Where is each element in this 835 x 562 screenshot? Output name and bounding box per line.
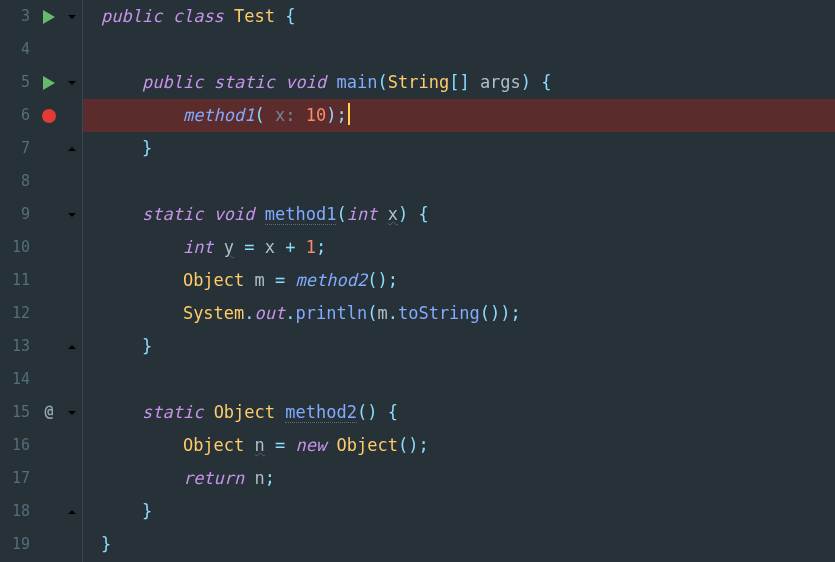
gutter-row[interactable]: 16 bbox=[0, 429, 82, 462]
fold-icon[interactable] bbox=[62, 11, 82, 23]
code-line[interactable]: } bbox=[83, 528, 835, 561]
gutter-row[interactable]: 14 bbox=[0, 363, 82, 396]
line-number: 8 bbox=[0, 165, 36, 198]
line-number: 18 bbox=[0, 495, 36, 528]
code-line[interactable] bbox=[83, 363, 835, 396]
code-line[interactable]: System.out.println(m.toString()); bbox=[83, 297, 835, 330]
code-line[interactable] bbox=[83, 165, 835, 198]
gutter-row[interactable]: 3 bbox=[0, 0, 82, 33]
breakpoint-icon[interactable] bbox=[36, 109, 62, 123]
code-area[interactable]: public class Test { public static void m… bbox=[82, 0, 835, 562]
line-number: 10 bbox=[0, 231, 36, 264]
fold-icon[interactable] bbox=[62, 77, 82, 89]
line-number: 3 bbox=[0, 0, 36, 33]
line-number: 15 bbox=[0, 396, 36, 429]
gutter-row[interactable]: 15 @ bbox=[0, 396, 82, 429]
code-line[interactable]: } bbox=[83, 330, 835, 363]
text-cursor bbox=[348, 103, 350, 125]
line-number: 5 bbox=[0, 66, 36, 99]
code-line-current[interactable]: method1( x: 10); bbox=[83, 99, 835, 132]
line-number: 16 bbox=[0, 429, 36, 462]
fold-icon[interactable] bbox=[62, 407, 82, 419]
line-number: 7 bbox=[0, 132, 36, 165]
code-line[interactable]: public static void main(String[] args) { bbox=[83, 66, 835, 99]
line-number: 14 bbox=[0, 363, 36, 396]
fold-icon[interactable] bbox=[62, 341, 82, 353]
fold-icon[interactable] bbox=[62, 209, 82, 221]
fold-icon[interactable] bbox=[62, 506, 82, 518]
gutter-row[interactable]: 9 bbox=[0, 198, 82, 231]
gutter-row[interactable]: 8 bbox=[0, 165, 82, 198]
code-line[interactable]: Object m = method2(); bbox=[83, 264, 835, 297]
code-line[interactable]: Object n = new Object(); bbox=[83, 429, 835, 462]
code-line[interactable]: static Object method2() { bbox=[83, 396, 835, 429]
fold-icon[interactable] bbox=[62, 143, 82, 155]
code-line[interactable]: return n; bbox=[83, 462, 835, 495]
svg-marker-0 bbox=[43, 10, 55, 24]
gutter-row[interactable]: 17 bbox=[0, 462, 82, 495]
line-number: 17 bbox=[0, 462, 36, 495]
line-number: 4 bbox=[0, 33, 36, 66]
run-icon[interactable] bbox=[36, 76, 62, 90]
line-number: 13 bbox=[0, 330, 36, 363]
line-number: 6 bbox=[0, 99, 36, 132]
code-line[interactable]: static void method1(int x) { bbox=[83, 198, 835, 231]
gutter-row[interactable]: 10 bbox=[0, 231, 82, 264]
line-number: 9 bbox=[0, 198, 36, 231]
gutter: 3 4 5 6 7 8 9 bbox=[0, 0, 82, 562]
code-editor[interactable]: 3 4 5 6 7 8 9 bbox=[0, 0, 835, 562]
code-line[interactable]: public class Test { bbox=[83, 0, 835, 33]
gutter-row[interactable]: 19 bbox=[0, 528, 82, 561]
code-line[interactable]: } bbox=[83, 495, 835, 528]
code-line[interactable] bbox=[83, 33, 835, 66]
override-icon[interactable]: @ bbox=[36, 396, 62, 429]
gutter-row[interactable]: 11 bbox=[0, 264, 82, 297]
gutter-row[interactable]: 6 bbox=[0, 99, 82, 132]
line-number: 12 bbox=[0, 297, 36, 330]
run-icon[interactable] bbox=[36, 10, 62, 24]
gutter-row[interactable]: 4 bbox=[0, 33, 82, 66]
gutter-row[interactable]: 18 bbox=[0, 495, 82, 528]
svg-marker-1 bbox=[43, 76, 55, 90]
gutter-row[interactable]: 7 bbox=[0, 132, 82, 165]
code-line[interactable]: int y = x + 1; bbox=[83, 231, 835, 264]
gutter-row[interactable]: 12 bbox=[0, 297, 82, 330]
line-number: 19 bbox=[0, 528, 36, 561]
gutter-row[interactable]: 13 bbox=[0, 330, 82, 363]
line-number: 11 bbox=[0, 264, 36, 297]
gutter-row[interactable]: 5 bbox=[0, 66, 82, 99]
code-line[interactable]: } bbox=[83, 132, 835, 165]
